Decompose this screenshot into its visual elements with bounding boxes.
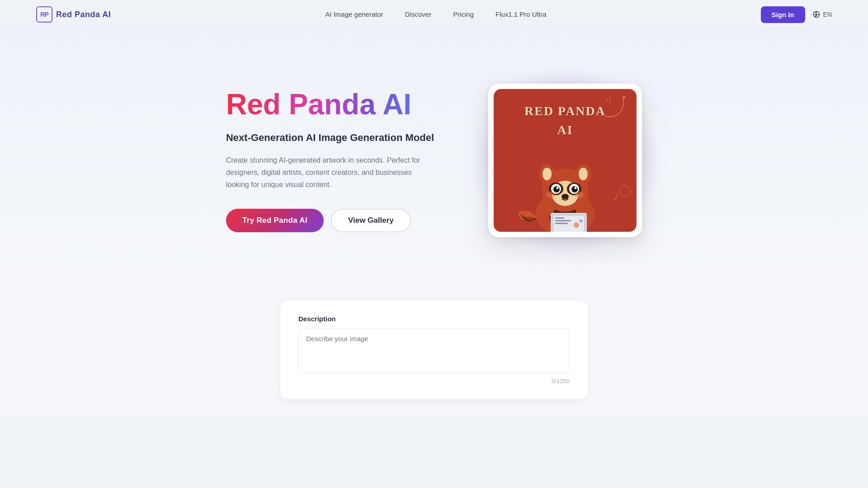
try-red-panda-button[interactable]: Try Red Panda AI [226, 209, 324, 232]
svg-point-17 [553, 186, 560, 192]
svg-point-10 [542, 168, 552, 180]
image-title-block: RED PANDA AI [524, 103, 606, 141]
svg-rect-29 [555, 223, 568, 224]
description-label: Description [298, 315, 570, 323]
logo-link[interactable]: RP Red Panda AI [36, 6, 111, 23]
hero-title: Red Panda AI [226, 89, 434, 120]
nav-item-ai-image-generator[interactable]: AI Image generator [325, 10, 383, 18]
svg-point-32 [575, 224, 578, 226]
nav-item-discover[interactable]: Discover [405, 10, 431, 18]
svg-point-19 [557, 187, 559, 189]
image-title-line2: AI [524, 122, 606, 138]
nav-item-pricing[interactable]: Pricing [453, 10, 474, 18]
nav-links: AI Image generator Discover Pricing Flux… [325, 10, 546, 19]
svg-rect-28 [555, 220, 571, 221]
hero-card: RED PANDA AI [488, 84, 642, 237]
sign-in-button[interactable]: Sign In [761, 6, 805, 23]
svg-point-21 [561, 194, 569, 199]
hero-image-inner: RED PANDA AI [494, 89, 637, 232]
hero-subtitle: Next-Generation AI Image Generation Mode… [226, 131, 434, 145]
language-selector[interactable]: EN [812, 10, 832, 19]
description-input[interactable] [298, 328, 570, 373]
view-gallery-button[interactable]: View Gallery [331, 209, 411, 232]
svg-point-23 [575, 192, 584, 198]
logo-text: Red Panda AI [56, 10, 111, 19]
svg-point-18 [571, 186, 578, 192]
logo-icon: RP [36, 6, 52, 23]
svg-point-1 [606, 99, 608, 101]
hero-description: Create stunning AI-generated artwork in … [226, 154, 420, 191]
nav-item-flux[interactable]: Flux1.1 Pro Ultra [495, 10, 547, 18]
panda-svg [502, 141, 628, 232]
hero-buttons: Try Red Panda AI View Gallery [226, 209, 434, 232]
nav-right: Sign In EN [761, 6, 832, 23]
svg-point-0 [623, 96, 625, 99]
svg-rect-27 [555, 217, 564, 219]
hero-image-wrapper: RED PANDA AI [488, 84, 642, 237]
svg-point-22 [546, 192, 555, 198]
svg-point-12 [579, 168, 588, 180]
panda-illustration [494, 141, 637, 232]
image-title-line1: RED PANDA [524, 103, 606, 119]
description-card: Description 0/1250 [280, 300, 588, 399]
swirl-top-right [600, 94, 627, 121]
char-count: 0/1250 [298, 378, 570, 385]
hero-content: Red Panda AI Next-Generation AI Image Ge… [226, 89, 434, 233]
description-section: Description 0/1250 [0, 282, 868, 417]
navbar: RP Red Panda AI AI Image generator Disco… [0, 0, 868, 29]
translate-icon [812, 10, 821, 19]
lang-label: EN [823, 11, 832, 18]
hero-section: Red Panda AI Next-Generation AI Image Ge… [0, 29, 868, 282]
svg-point-20 [575, 187, 577, 189]
